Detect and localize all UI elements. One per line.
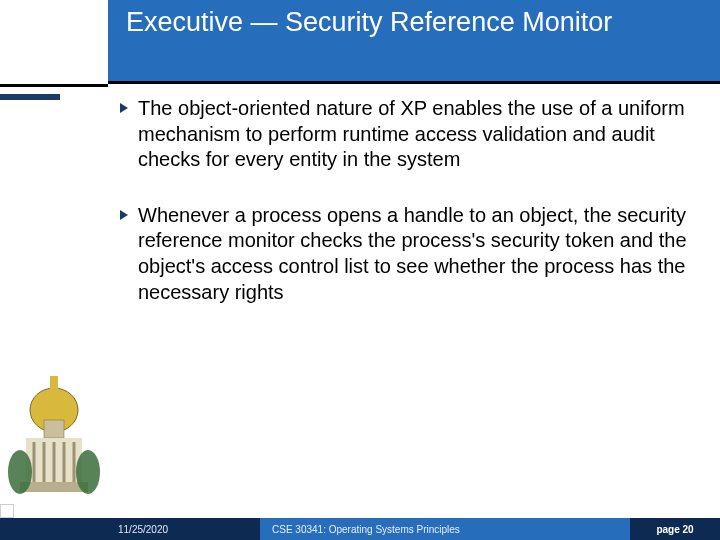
university-logo-icon: [6, 362, 102, 512]
footer-page: page 20: [630, 518, 720, 540]
list-item: The object-oriented nature of XP enables…: [118, 96, 698, 173]
list-item: Whenever a process opens a handle to an …: [118, 203, 698, 305]
decorative-square: [0, 504, 14, 518]
svg-point-11: [76, 450, 100, 494]
bullet-list: The object-oriented nature of XP enables…: [118, 96, 698, 305]
footer-course: CSE 30341: Operating Systems Principles: [260, 518, 630, 540]
footer-bar: 11/25/2020 CSE 30341: Operating Systems …: [0, 518, 720, 540]
svg-rect-2: [44, 420, 64, 438]
title-bar: Executive — Security Reference Monitor: [108, 0, 720, 84]
accent-bar: [0, 94, 60, 100]
svg-rect-1: [50, 376, 58, 394]
slide-title: Executive — Security Reference Monitor: [126, 6, 702, 38]
footer-date: 11/25/2020: [0, 518, 260, 540]
slide-body: The object-oriented nature of XP enables…: [118, 96, 698, 335]
slide: Executive — Security Reference Monitor T…: [0, 0, 720, 540]
svg-point-10: [8, 450, 32, 494]
